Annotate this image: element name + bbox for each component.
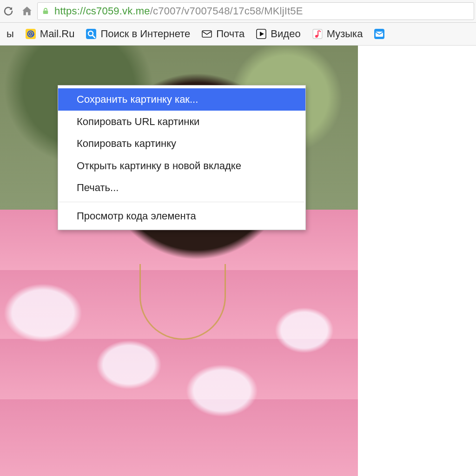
envelope-icon [201, 28, 212, 40]
url-input[interactable]: https://cs7059.vk.me/c7007/v7007548/17c5… [37, 2, 474, 20]
bookmark-label: Mail.Ru [40, 28, 75, 40]
bookmarks-bar: ы Mail.Ru Поиск в Интернете [0, 23, 476, 46]
address-bar: https://cs7059.vk.me/c7007/v7007548/17c5… [0, 0, 476, 23]
bookmark-label: ы [7, 28, 14, 40]
ctx-print[interactable]: Печать... [58, 177, 305, 199]
reload-icon [3, 6, 14, 17]
url-text: https://cs7059.vk.me/c7007/v7007548/17c5… [54, 5, 303, 17]
ctx-save-image-as[interactable]: Сохранить картинку как... [58, 88, 305, 111]
bookmark-item-mail-2[interactable] [369, 26, 390, 41]
svg-rect-1 [26, 29, 36, 39]
url-host: cs7059.vk.me [86, 5, 150, 17]
svg-rect-0 [43, 11, 48, 14]
search-icon [86, 28, 97, 40]
context-menu-separator [59, 202, 304, 202]
ctx-copy-image-url[interactable]: Копировать URL картинки [58, 111, 305, 133]
bookmark-item-0[interactable]: ы [2, 26, 19, 42]
bookmark-label: Музыка [327, 28, 363, 40]
reload-button[interactable] [0, 3, 17, 20]
bookmark-item-mailru[interactable]: Mail.Ru [20, 26, 79, 42]
svg-rect-11 [317, 31, 318, 36]
url-scheme: https [54, 5, 77, 17]
bookmark-label: Видео [271, 28, 300, 40]
bookmark-item-search[interactable]: Поиск в Интернете [81, 26, 195, 42]
home-icon [21, 5, 33, 17]
bookmark-item-video[interactable]: Видео [251, 26, 305, 42]
home-button[interactable] [19, 3, 35, 20]
music-note-icon [312, 28, 323, 40]
bookmark-item-music[interactable]: Музыка [307, 26, 368, 42]
context-menu: Сохранить картинку как... Копировать URL… [58, 85, 306, 230]
ctx-inspect-element[interactable]: Просмотр кода элемента [58, 205, 305, 227]
padlock-icon [41, 7, 50, 15]
url-sep: :// [77, 5, 86, 17]
play-icon [256, 28, 267, 40]
bookmark-label: Поиск в Интернете [100, 28, 190, 40]
page-content: Сохранить картинку как... Копировать URL… [0, 46, 476, 476]
ctx-copy-image[interactable]: Копировать картинку [58, 132, 305, 155]
svg-rect-7 [202, 31, 212, 37]
envelope-icon [374, 28, 385, 40]
necklace-decoration [139, 264, 226, 340]
bookmark-label: Почта [216, 28, 245, 40]
ctx-open-image-new-tab[interactable]: Открыть картинку в новой вкладке [58, 155, 305, 177]
url-path: /c7007/v7007548/17c58/MKljIt5E [150, 5, 303, 17]
mailru-icon [25, 28, 36, 40]
bookmark-item-mail[interactable]: Почта [197, 26, 249, 42]
